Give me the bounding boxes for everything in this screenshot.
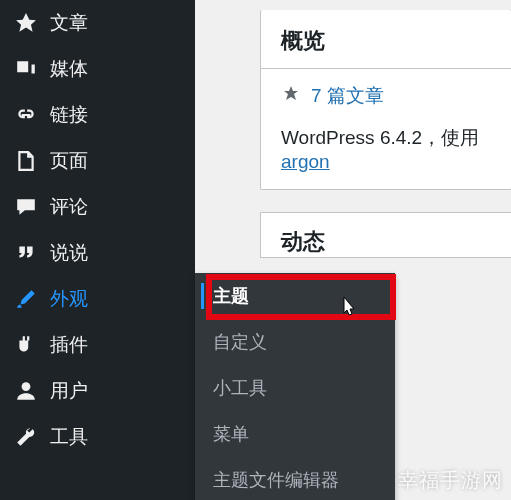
sidebar-item-pages[interactable]: 页面 — [0, 138, 195, 184]
version-prefix: WordPress 6.4.2，使用 — [281, 127, 479, 148]
brush-icon — [14, 287, 38, 311]
overview-heading: 概览 — [281, 26, 491, 56]
sidebar-label: 页面 — [50, 148, 88, 174]
sidebar-item-media[interactable]: 媒体 — [0, 46, 195, 92]
pin-icon — [281, 84, 301, 109]
sidebar-label: 用户 — [50, 378, 88, 404]
divider — [261, 68, 511, 69]
comment-icon — [14, 195, 38, 219]
page-icon — [14, 149, 38, 173]
pin-icon — [14, 11, 38, 35]
sidebar-label: 工具 — [50, 424, 88, 450]
tool-icon — [14, 425, 38, 449]
sidebar-item-shuoshuo[interactable]: 说说 — [0, 230, 195, 276]
sidebar-label: 说说 — [50, 240, 88, 266]
posts-count-link[interactable]: 7 篇文章 — [311, 83, 384, 109]
dashboard-activity-widget: 动态 — [260, 212, 511, 258]
wp-version-text: WordPress 6.4.2，使用 argon — [281, 125, 491, 173]
sidebar-item-comments[interactable]: 评论 — [0, 184, 195, 230]
sidebar-item-posts[interactable]: 文章 — [0, 0, 195, 46]
theme-name-link[interactable]: argon — [281, 151, 330, 172]
sidebar-label: 链接 — [50, 102, 88, 128]
activity-heading: 动态 — [281, 227, 491, 257]
dashboard-overview-widget: 概览 7 篇文章 WordPress 6.4.2，使用 argon — [260, 10, 511, 190]
quote-icon — [14, 241, 38, 265]
sidebar-label: 评论 — [50, 194, 88, 220]
watermark-text: 幸福手游网 — [398, 467, 503, 494]
sidebar-label: 文章 — [50, 10, 88, 36]
sidebar-label: 插件 — [50, 332, 88, 358]
media-icon — [14, 57, 38, 81]
sidebar-item-users[interactable]: 用户 — [0, 368, 195, 414]
sidebar-item-tools[interactable]: 工具 — [0, 414, 195, 460]
admin-sidebar: 文章 媒体 链接 页面 评论 说说 外观 — [0, 0, 195, 500]
sidebar-label: 媒体 — [50, 56, 88, 82]
user-icon — [14, 379, 38, 403]
main-content: 概览 7 篇文章 WordPress 6.4.2，使用 argon 动态 — [240, 0, 511, 500]
sidebar-item-appearance[interactable]: 外观 — [0, 276, 195, 322]
sidebar-item-plugins[interactable]: 插件 — [0, 322, 195, 368]
sidebar-item-links[interactable]: 链接 — [0, 92, 195, 138]
svg-point-0 — [20, 64, 23, 67]
plugin-icon — [14, 333, 38, 357]
sidebar-label: 外观 — [50, 286, 88, 312]
overview-row: 7 篇文章 — [281, 83, 491, 109]
svg-point-1 — [22, 382, 31, 391]
link-icon — [14, 103, 38, 127]
